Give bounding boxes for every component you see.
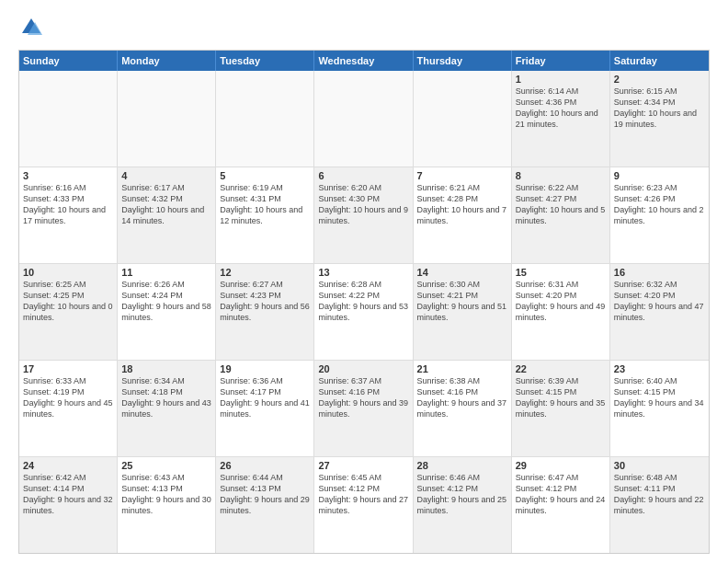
cell-detail-text: Sunrise: 6:34 AMSunset: 4:18 PMDaylight:… xyxy=(121,375,211,420)
cell-detail-text: Sunrise: 6:22 AMSunset: 4:27 PMDaylight:… xyxy=(516,182,606,227)
day-number: 1 xyxy=(516,74,606,85)
calendar-cell: 19Sunrise: 6:36 AMSunset: 4:17 PMDayligh… xyxy=(216,361,314,456)
cell-detail-text: Sunrise: 6:19 AMSunset: 4:31 PMDaylight:… xyxy=(220,182,310,227)
day-number: 17 xyxy=(23,363,113,374)
calendar-row: 17Sunrise: 6:33 AMSunset: 4:19 PMDayligh… xyxy=(19,361,709,457)
calendar-header-cell: Thursday xyxy=(414,51,512,71)
calendar-header-cell: Friday xyxy=(512,51,610,71)
cell-detail-text: Sunrise: 6:21 AMSunset: 4:28 PMDaylight:… xyxy=(417,182,507,227)
calendar-header-cell: Monday xyxy=(118,51,216,71)
calendar-cell: 27Sunrise: 6:45 AMSunset: 4:12 PMDayligh… xyxy=(314,457,413,553)
calendar-cell xyxy=(216,71,314,167)
calendar-body: 1Sunrise: 6:14 AMSunset: 4:36 PMDaylight… xyxy=(19,71,709,553)
calendar-cell: 10Sunrise: 6:25 AMSunset: 4:25 PMDayligh… xyxy=(19,264,118,360)
cell-detail-text: Sunrise: 6:43 AMSunset: 4:13 PMDaylight:… xyxy=(121,472,211,517)
cell-detail-text: Sunrise: 6:39 AMSunset: 4:15 PMDaylight:… xyxy=(516,375,606,420)
day-number: 2 xyxy=(614,74,705,85)
cell-detail-text: Sunrise: 6:16 AMSunset: 4:33 PMDaylight:… xyxy=(23,182,113,227)
calendar-cell: 1Sunrise: 6:14 AMSunset: 4:36 PMDaylight… xyxy=(512,71,610,167)
calendar-cell: 24Sunrise: 6:42 AMSunset: 4:14 PMDayligh… xyxy=(19,457,118,553)
calendar-cell: 2Sunrise: 6:15 AMSunset: 4:34 PMDaylight… xyxy=(610,71,709,167)
calendar: SundayMondayTuesdayWednesdayThursdayFrid… xyxy=(18,50,710,554)
cell-detail-text: Sunrise: 6:14 AMSunset: 4:36 PMDaylight:… xyxy=(516,86,606,131)
cell-detail-text: Sunrise: 6:23 AMSunset: 4:26 PMDaylight:… xyxy=(614,182,705,227)
calendar-cell: 23Sunrise: 6:40 AMSunset: 4:15 PMDayligh… xyxy=(610,361,709,456)
cell-detail-text: Sunrise: 6:32 AMSunset: 4:20 PMDaylight:… xyxy=(614,279,705,324)
day-number: 13 xyxy=(318,267,408,278)
day-number: 19 xyxy=(220,363,310,374)
calendar-cell: 26Sunrise: 6:44 AMSunset: 4:13 PMDayligh… xyxy=(216,457,314,553)
calendar-cell: 15Sunrise: 6:31 AMSunset: 4:20 PMDayligh… xyxy=(512,264,610,360)
cell-detail-text: Sunrise: 6:38 AMSunset: 4:16 PMDaylight:… xyxy=(417,375,507,420)
day-number: 24 xyxy=(23,460,113,471)
calendar-header-cell: Tuesday xyxy=(216,51,314,71)
day-number: 18 xyxy=(121,363,211,374)
calendar-header-cell: Wednesday xyxy=(314,51,413,71)
day-number: 26 xyxy=(220,460,310,471)
calendar-row: 3Sunrise: 6:16 AMSunset: 4:33 PMDaylight… xyxy=(19,167,709,264)
day-number: 15 xyxy=(516,267,606,278)
calendar-cell: 5Sunrise: 6:19 AMSunset: 4:31 PMDaylight… xyxy=(216,167,314,263)
cell-detail-text: Sunrise: 6:37 AMSunset: 4:16 PMDaylight:… xyxy=(318,375,408,420)
cell-detail-text: Sunrise: 6:33 AMSunset: 4:19 PMDaylight:… xyxy=(23,375,113,420)
calendar-row: 24Sunrise: 6:42 AMSunset: 4:14 PMDayligh… xyxy=(19,457,709,553)
logo xyxy=(18,15,48,40)
cell-detail-text: Sunrise: 6:15 AMSunset: 4:34 PMDaylight:… xyxy=(614,86,705,131)
day-number: 8 xyxy=(516,170,606,181)
calendar-cell: 11Sunrise: 6:26 AMSunset: 4:24 PMDayligh… xyxy=(118,264,216,360)
cell-detail-text: Sunrise: 6:44 AMSunset: 4:13 PMDaylight:… xyxy=(220,472,310,517)
day-number: 3 xyxy=(23,170,113,181)
day-number: 21 xyxy=(417,363,507,374)
calendar-cell xyxy=(314,71,413,167)
day-number: 7 xyxy=(417,170,507,181)
calendar-cell: 21Sunrise: 6:38 AMSunset: 4:16 PMDayligh… xyxy=(414,361,512,456)
cell-detail-text: Sunrise: 6:20 AMSunset: 4:30 PMDaylight:… xyxy=(318,182,408,227)
day-number: 5 xyxy=(220,170,310,181)
calendar-cell: 6Sunrise: 6:20 AMSunset: 4:30 PMDaylight… xyxy=(314,167,413,263)
day-number: 6 xyxy=(318,170,408,181)
calendar-cell xyxy=(118,71,216,167)
calendar-row: 10Sunrise: 6:25 AMSunset: 4:25 PMDayligh… xyxy=(19,264,709,361)
calendar-cell: 16Sunrise: 6:32 AMSunset: 4:20 PMDayligh… xyxy=(610,264,709,360)
cell-detail-text: Sunrise: 6:40 AMSunset: 4:15 PMDaylight:… xyxy=(614,375,705,420)
day-number: 30 xyxy=(614,460,705,471)
calendar-cell: 20Sunrise: 6:37 AMSunset: 4:16 PMDayligh… xyxy=(314,361,413,456)
logo-icon xyxy=(18,15,44,40)
cell-detail-text: Sunrise: 6:45 AMSunset: 4:12 PMDaylight:… xyxy=(318,472,408,517)
cell-detail-text: Sunrise: 6:42 AMSunset: 4:14 PMDaylight:… xyxy=(23,472,113,517)
calendar-row: 1Sunrise: 6:14 AMSunset: 4:36 PMDaylight… xyxy=(19,71,709,167)
calendar-header-cell: Sunday xyxy=(19,51,118,71)
calendar-cell xyxy=(19,71,118,167)
calendar-cell: 28Sunrise: 6:46 AMSunset: 4:12 PMDayligh… xyxy=(414,457,512,553)
calendar-cell: 29Sunrise: 6:47 AMSunset: 4:12 PMDayligh… xyxy=(512,457,610,553)
day-number: 22 xyxy=(516,363,606,374)
calendar-cell: 7Sunrise: 6:21 AMSunset: 4:28 PMDaylight… xyxy=(414,167,512,263)
day-number: 23 xyxy=(614,363,705,374)
calendar-cell xyxy=(414,71,512,167)
day-number: 10 xyxy=(23,267,113,278)
calendar-cell: 12Sunrise: 6:27 AMSunset: 4:23 PMDayligh… xyxy=(216,264,314,360)
day-number: 9 xyxy=(614,170,705,181)
day-number: 29 xyxy=(516,460,606,471)
day-number: 25 xyxy=(121,460,211,471)
calendar-cell: 8Sunrise: 6:22 AMSunset: 4:27 PMDaylight… xyxy=(512,167,610,263)
cell-detail-text: Sunrise: 6:46 AMSunset: 4:12 PMDaylight:… xyxy=(417,472,507,517)
day-number: 14 xyxy=(417,267,507,278)
cell-detail-text: Sunrise: 6:27 AMSunset: 4:23 PMDaylight:… xyxy=(220,279,310,324)
cell-detail-text: Sunrise: 6:26 AMSunset: 4:24 PMDaylight:… xyxy=(121,279,211,324)
day-number: 12 xyxy=(220,267,310,278)
day-number: 27 xyxy=(318,460,408,471)
cell-detail-text: Sunrise: 6:28 AMSunset: 4:22 PMDaylight:… xyxy=(318,279,408,324)
calendar-cell: 14Sunrise: 6:30 AMSunset: 4:21 PMDayligh… xyxy=(414,264,512,360)
calendar-cell: 4Sunrise: 6:17 AMSunset: 4:32 PMDaylight… xyxy=(118,167,216,263)
calendar-cell: 3Sunrise: 6:16 AMSunset: 4:33 PMDaylight… xyxy=(19,167,118,263)
cell-detail-text: Sunrise: 6:17 AMSunset: 4:32 PMDaylight:… xyxy=(121,182,211,227)
cell-detail-text: Sunrise: 6:25 AMSunset: 4:25 PMDaylight:… xyxy=(23,279,113,324)
header xyxy=(18,15,710,40)
calendar-cell: 9Sunrise: 6:23 AMSunset: 4:26 PMDaylight… xyxy=(610,167,709,263)
cell-detail-text: Sunrise: 6:48 AMSunset: 4:11 PMDaylight:… xyxy=(614,472,705,517)
calendar-header-cell: Saturday xyxy=(610,51,709,71)
calendar-cell: 18Sunrise: 6:34 AMSunset: 4:18 PMDayligh… xyxy=(118,361,216,456)
day-number: 11 xyxy=(121,267,211,278)
day-number: 16 xyxy=(614,267,705,278)
